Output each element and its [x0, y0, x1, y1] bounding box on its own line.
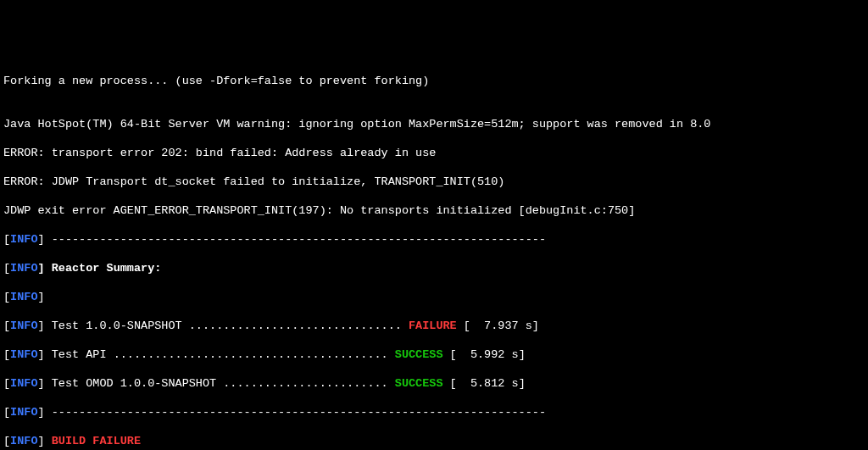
- log-line: JDWP exit error AGENT_ERROR_TRANSPORT_IN…: [3, 203, 865, 218]
- log-line: ERROR: transport error 202: bind failed:…: [3, 146, 865, 160]
- log-line: [INFO]: [3, 290, 865, 304]
- terminal-output: Forking a new process... (use -Dfork=fal…: [3, 59, 865, 450]
- status-failure: FAILURE: [409, 319, 457, 332]
- log-line: Java HotSpot(TM) 64-Bit Server VM warnin…: [3, 117, 865, 131]
- info-tag: INFO: [10, 406, 37, 419]
- info-tag: INFO: [10, 291, 37, 303]
- log-line: [INFO] ---------------------------------…: [3, 405, 865, 419]
- info-tag: INFO: [10, 435, 37, 447]
- info-tag: INFO: [10, 233, 37, 246]
- info-tag: INFO: [10, 348, 37, 361]
- info-tag: INFO: [10, 319, 37, 332]
- log-line: [INFO] ---------------------------------…: [3, 232, 865, 247]
- reactor-item: [INFO] Test OMOD 1.0.0-SNAPSHOT ........…: [3, 376, 865, 391]
- log-line: Forking a new process... (use -Dfork=fal…: [3, 74, 865, 88]
- log-line: [INFO] Reactor Summary:: [3, 261, 865, 275]
- reactor-item: [INFO] Test 1.0.0-SNAPSHOT .............…: [3, 319, 865, 333]
- log-line: ERROR: JDWP Transport dt_socket failed t…: [3, 175, 865, 189]
- build-status: [INFO] BUILD FAILURE: [3, 434, 865, 448]
- info-tag: INFO: [10, 262, 37, 275]
- reactor-item: [INFO] Test API ........................…: [3, 347, 865, 362]
- status-success: SUCCESS: [395, 377, 443, 390]
- status-success: SUCCESS: [395, 348, 443, 361]
- info-tag: INFO: [10, 377, 37, 390]
